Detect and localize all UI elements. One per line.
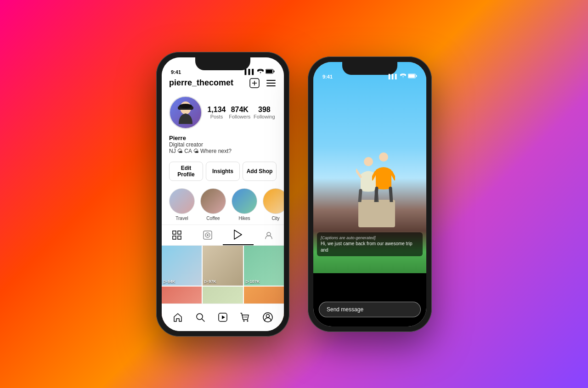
highlight-hikes[interactable]: Hikes [232,188,257,221]
tab-grid[interactable] [162,225,192,245]
signal-icon: ▌▌▌ [245,69,255,74]
view-count-1: ▷64K [164,279,175,284]
edit-profile-button[interactable]: Edit Profile [169,162,203,181]
bio-location: NJ 🌤 CA 🌤 Where next? [169,148,277,154]
reel-caption-box: [Captions are auto-generated] Hi, we jus… [317,232,423,257]
search-icon[interactable] [194,311,207,324]
right-phone-screen: 9:41 ▌▌▌ [313,62,426,326]
svg-rect-31 [408,74,415,78]
highlight-hikes-circle [232,188,257,214]
svg-rect-1 [274,70,275,72]
following-label: Following [254,114,275,119]
svg-rect-12 [173,231,176,234]
svg-line-36 [372,172,376,179]
status-bar-right: 9:41 ▌▌▌ [313,62,426,82]
status-time-right: 9:41 [322,74,333,79]
following-count: 398 [258,106,271,114]
insights-button[interactable]: Insights [206,162,240,181]
svg-rect-13 [178,231,181,234]
pedestal [358,200,395,227]
send-message-bar[interactable]: Send message [319,302,421,317]
following-stat[interactable]: 398 Following [254,106,275,119]
caption-label: [Captions are auto-generated] [321,235,419,241]
posts-label: Posts [210,114,223,119]
svg-marker-19 [234,230,242,239]
person-2 [372,152,395,202]
signal-icon-right: ▌▌▌ [389,74,398,79]
highlights-row: Travel Coffee Hikes City Pl... [162,185,284,225]
avatar [169,96,202,129]
right-phone: 9:41 ▌▌▌ [308,56,432,332]
grid-cell-1[interactable]: ▷64K [162,246,202,286]
svg-rect-30 [416,75,417,77]
followers-stat[interactable]: 874K Followers [229,106,250,119]
posts-stat[interactable]: 1,134 Posts [207,106,226,119]
svg-point-18 [207,234,209,236]
highlight-travel-label: Travel [175,216,188,221]
battery-icon-right [408,73,417,79]
highlight-city-label: City [271,216,279,221]
status-icons-left: ▌▌▌ [245,69,275,75]
tab-play[interactable] [223,225,254,245]
svg-rect-15 [178,236,181,239]
svg-line-22 [202,319,204,322]
left-phone-screen: 9:41 ▌▌▌ pierre_thecomet [162,57,284,331]
home-icon[interactable] [171,311,184,324]
bio-description: Digital creator [169,141,277,148]
highlight-travel-circle [169,188,195,214]
ig-stats-row: 1,134 Posts 874K Followers 398 Following [162,92,284,135]
status-time-left: 9:41 [171,69,181,75]
grid-cell-3[interactable]: ▷107K [244,246,284,286]
svg-marker-24 [222,315,225,319]
shop-icon[interactable] [239,311,252,324]
content-tabs [162,225,284,246]
svg-point-28 [266,315,270,318]
svg-point-35 [379,152,388,162]
bottom-nav [162,304,284,331]
ig-profile: 9:41 ▌▌▌ pierre_thecomet [162,57,284,331]
reels-icon[interactable] [216,311,229,324]
highlight-city[interactable]: City [263,188,284,221]
wifi-icon-right [400,73,406,79]
svg-rect-14 [173,236,176,239]
add-shop-button[interactable]: Add Shop [243,162,277,181]
highlight-coffee-label: Coffee [206,216,220,221]
menu-icon[interactable] [266,78,277,89]
highlight-travel[interactable]: Travel [169,188,195,221]
reel-video: [Captions are auto-generated] Hi, we jus… [313,62,426,274]
left-phone: 9:41 ▌▌▌ pierre_thecomet [156,52,289,337]
status-icons-right: ▌▌▌ [389,73,417,79]
ig-header-icons [249,78,277,89]
ig-bio: Pierre Digital creator NJ 🌤 CA 🌤 Where n… [162,135,284,158]
wifi-icon [257,69,264,75]
notch-left [195,57,250,70]
send-message-placeholder: Send message [327,306,363,313]
followers-label: Followers [229,114,250,119]
stats-numbers: 1,134 Posts 874K Followers 398 Following [206,106,277,119]
highlight-city-circle [263,188,284,214]
bio-name: Pierre [169,135,277,141]
battery-icon [266,69,275,75]
followers-count: 874K [231,106,249,114]
grid-cell-2[interactable]: ▷97K [203,246,243,286]
highlight-hikes-label: Hikes [238,216,250,221]
svg-point-11 [179,104,192,108]
caption-text: Hi, we just came back from our awesome t… [321,241,419,253]
svg-point-26 [247,321,249,322]
highlight-coffee-circle [200,188,226,214]
profile-icon[interactable] [261,311,274,324]
svg-line-33 [356,170,361,177]
highlight-coffee[interactable]: Coffee [200,188,226,221]
view-count-3: ▷107K [246,279,260,284]
svg-line-37 [391,172,395,179]
reel-screen: 9:41 ▌▌▌ [313,62,426,326]
view-count-2: ▷97K [204,279,216,284]
action-buttons: Edit Profile Insights Add Shop [162,158,284,185]
svg-point-25 [243,321,245,322]
svg-rect-2 [266,70,272,73]
add-post-icon[interactable] [249,78,260,89]
tab-reels-grid[interactable] [192,225,223,245]
ig-username: pierre_thecomet [169,78,233,88]
tab-tagged[interactable] [254,225,284,245]
posts-count: 1,134 [207,106,226,114]
